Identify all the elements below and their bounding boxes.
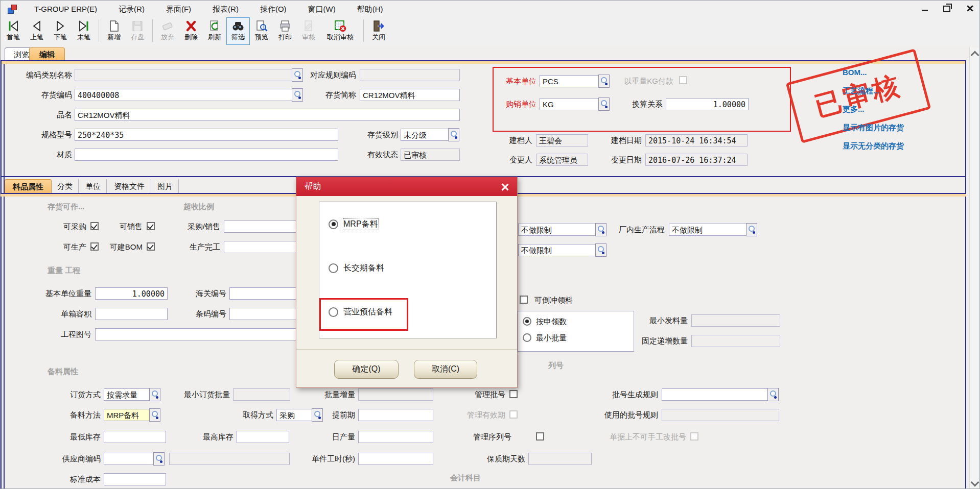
help-dialog: 帮助 MRP备料 长交期备料 营业预估备料 确定(Q) 取消(C) <box>296 177 518 388</box>
max-stock-field[interactable] <box>237 431 289 443</box>
print-button[interactable]: 打印 <box>273 17 297 45</box>
base-weight-field[interactable]: 1.00000 <box>95 287 168 300</box>
new-button[interactable]: 新增 <box>102 17 126 45</box>
spec-field[interactable]: 250*240*35 <box>75 129 338 141</box>
short-name-field[interactable]: CR12MOV精料 <box>360 89 460 101</box>
menu-operation[interactable]: 操作(O) <box>249 1 297 17</box>
obtain-field[interactable]: 采购 <box>276 409 312 421</box>
min-batch-radio[interactable] <box>523 333 531 342</box>
link-bom[interactable]: BOM... <box>843 68 867 77</box>
base-unit-field[interactable]: PCS <box>540 75 599 87</box>
creator-field: 王碧会 <box>536 134 588 146</box>
dialog-close-icon[interactable] <box>499 181 511 193</box>
preview-button[interactable]: 预览 <box>250 17 273 45</box>
link-process-flow[interactable]: 工艺流程... <box>843 86 880 96</box>
leadtime-field[interactable] <box>358 409 433 421</box>
batch-rule-lookup-icon[interactable] <box>767 388 779 401</box>
option-long-leadtime-radio[interactable] <box>329 263 338 273</box>
modifier-field: 系统管理员 <box>536 154 588 166</box>
ok-button[interactable]: 确定(Q) <box>334 360 399 379</box>
min-stock-field[interactable] <box>104 431 166 443</box>
delete-button[interactable]: 删除 <box>179 17 203 45</box>
producible-checkbox[interactable] <box>90 242 99 251</box>
tab-image[interactable]: 图片 <box>152 179 179 193</box>
prepare-method-lookup-icon[interactable] <box>149 408 160 422</box>
factory-flow-field[interactable]: 不做限制 <box>669 224 746 236</box>
obtain-lookup-icon[interactable] <box>312 408 323 422</box>
menu-app[interactable]: T-GROUP ERP(E) <box>24 1 108 17</box>
close-icon[interactable] <box>964 3 975 14</box>
bom-checkbox[interactable] <box>147 242 155 251</box>
modifier-label: 变更人 <box>503 155 532 165</box>
tab-unit[interactable]: 单位 <box>80 179 107 193</box>
next-record-button[interactable]: 下笔 <box>49 17 72 45</box>
menu-interface[interactable]: 界面(F) <box>155 1 202 17</box>
tab-qualification[interactable]: 资格文件 <box>108 179 151 193</box>
unit-hours-field[interactable] <box>358 453 433 465</box>
last-record-button[interactable]: 末笔 <box>72 17 96 45</box>
option-mrp[interactable]: MRP备料 <box>329 218 378 230</box>
factory-flow-lookup-icon[interactable] <box>746 223 757 236</box>
close-form-button[interactable]: 关闭 <box>367 17 390 45</box>
std-cost-field[interactable] <box>104 473 166 485</box>
by-apply-radio[interactable] <box>523 317 531 326</box>
conversion-field[interactable]: 1.00000 <box>666 98 749 110</box>
level-field[interactable]: 未分级 <box>401 129 449 141</box>
prev-record-button[interactable]: 上笔 <box>25 17 49 45</box>
material-field[interactable] <box>75 149 338 161</box>
first-record-button[interactable]: 首笔 <box>2 17 25 45</box>
tab-classification[interactable]: 分类 <box>52 179 79 193</box>
batch-rule-field[interactable] <box>662 388 768 401</box>
backflush-checkbox[interactable] <box>520 296 528 304</box>
menu-record[interactable]: 记录(R) <box>108 1 155 17</box>
base-unit-lookup-icon[interactable] <box>598 75 610 88</box>
rule-code-field[interactable] <box>360 69 460 81</box>
trade-unit-field[interactable]: KG <box>540 98 599 110</box>
vertical-scrollbar[interactable] <box>969 47 980 489</box>
link-show-unclassified[interactable]: 显示无分类的存货 <box>843 141 904 151</box>
restore-icon[interactable] <box>942 3 953 14</box>
menu-help[interactable]: 帮助(H) <box>346 1 394 17</box>
refresh-button[interactable]: 刷新 <box>203 17 226 45</box>
order-mode-field[interactable]: 按需求量 <box>104 388 150 401</box>
supplier-lookup-icon[interactable] <box>153 452 165 466</box>
minimize-icon[interactable] <box>919 3 930 14</box>
limit-field-1[interactable]: 不做限制 <box>518 224 596 236</box>
tab-item-attributes[interactable]: 料品属性 <box>5 179 52 194</box>
cancel-audit-button[interactable]: 取消审核 <box>320 17 360 45</box>
box-volume-field[interactable] <box>95 308 168 320</box>
daily-output-field[interactable] <box>358 431 433 443</box>
item-code-field[interactable]: 400400008 <box>75 89 292 101</box>
filter-button[interactable]: 筛选 <box>226 17 250 45</box>
purchasable-checkbox[interactable] <box>90 222 99 230</box>
code-category-field[interactable] <box>75 69 292 81</box>
limit-lookup-icon-1[interactable] <box>595 223 606 236</box>
link-show-with-image[interactable]: 显示有图片的存货 <box>843 123 904 133</box>
item-name-field[interactable]: CR12MOV精料 <box>75 109 460 121</box>
manage-batch-checkbox[interactable] <box>509 390 518 398</box>
scroll-down-icon[interactable] <box>971 479 978 486</box>
trade-unit-lookup-icon[interactable] <box>598 97 610 111</box>
unit-hours-label: 单件工时(秒) <box>299 454 355 464</box>
prepare-method-field[interactable]: MRP备料 <box>104 409 150 421</box>
scroll-up-icon[interactable] <box>971 51 978 58</box>
sellable-checkbox[interactable] <box>147 222 155 230</box>
cancel-button[interactable]: 取消(C) <box>414 360 477 379</box>
limit-field-2[interactable]: 不做限制 <box>518 244 596 256</box>
close-form-icon <box>372 19 385 33</box>
limit-lookup-icon-2[interactable] <box>595 243 606 257</box>
level-lookup-icon[interactable] <box>448 128 459 141</box>
shelf-days-field[interactable] <box>528 453 592 465</box>
code-category-lookup-icon[interactable] <box>292 68 303 82</box>
order-mode-lookup-icon[interactable] <box>149 388 160 401</box>
item-code-lookup-icon[interactable] <box>292 88 303 102</box>
menu-report[interactable]: 报表(R) <box>202 1 249 17</box>
tab-edit[interactable]: 编辑 <box>29 47 65 61</box>
option-mrp-radio[interactable] <box>329 219 338 229</box>
supplier-field[interactable] <box>104 453 154 465</box>
option-long-leadtime[interactable]: 长交期备料 <box>329 262 384 274</box>
link-more[interactable]: 更多... <box>843 105 865 114</box>
help-dialog-titlebar[interactable]: 帮助 <box>296 177 517 196</box>
menu-window[interactable]: 窗口(W) <box>297 1 346 17</box>
manage-serial-checkbox[interactable] <box>536 432 544 441</box>
